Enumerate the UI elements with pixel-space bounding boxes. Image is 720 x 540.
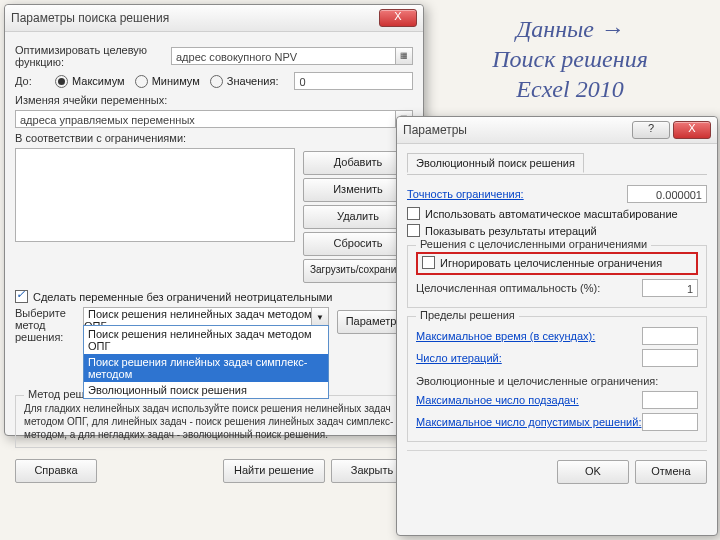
ignore-int-checkbox[interactable]: Игнорировать целочисленные ограничения [422, 256, 662, 269]
method-options: Поиск решения нелинейных задач методом О… [83, 325, 329, 399]
constraints-list[interactable] [15, 148, 295, 242]
solver-title: Параметры поиска решения [11, 11, 376, 25]
tab-evolutionary[interactable]: Эволюционный поиск решения [407, 153, 584, 173]
options-title: Параметры [403, 123, 629, 137]
precision-input[interactable]: 0.000001 [627, 185, 707, 203]
help-button[interactable]: Справка [15, 459, 97, 483]
to-label: До: [15, 75, 55, 87]
integer-group-title: Решения с целочисленными ограничениями [416, 238, 651, 250]
chevron-down-icon[interactable]: ▼ [311, 308, 328, 326]
ev-int-label: Эволюционные и целочисленные ограничения… [416, 375, 658, 387]
radio-max[interactable]: Максимум [55, 75, 125, 88]
cap-l2: Поиск решения [430, 44, 710, 74]
method-dropdown[interactable]: Поиск решения нелинейных задач методом О… [83, 307, 329, 327]
method-opt-evolution[interactable]: Эволюционный поиск решения [84, 382, 328, 398]
method-label-a: Выберите [15, 307, 83, 319]
options-dialog: Параметры ? X Эволюционный поиск решения… [396, 116, 718, 536]
autoscale-checkbox[interactable]: Использовать автоматическое масштабирова… [407, 207, 678, 220]
value-input[interactable]: 0 [294, 72, 413, 90]
max-sub-input[interactable] [642, 391, 698, 409]
changing-vars-value: адреса управляемых переменных [20, 114, 195, 126]
max-time-label[interactable]: Максимальное время (в секундах): [416, 330, 595, 342]
changing-vars-input[interactable]: адреса управляемых переменных ▦ [15, 110, 413, 128]
ok-button[interactable]: OK [557, 460, 629, 484]
close-button[interactable]: X [673, 121, 711, 139]
options-titlebar: Параметры ? X [397, 117, 717, 144]
precision-label[interactable]: Точность ограничения: [407, 188, 524, 200]
int-opt-label: Целочисленная оптимальность (%): [416, 282, 600, 294]
max-feas-label[interactable]: Максимальное число допустимых решений: [416, 416, 641, 428]
iterations-input[interactable] [642, 349, 698, 367]
constraints-label: В соответствии с ограничениями: [15, 132, 186, 144]
objective-input[interactable]: адрес совокупного NPV ▦ [171, 47, 413, 65]
slide-caption: Данные → Поиск решения Ecxel 2010 [430, 14, 710, 104]
close-button[interactable]: X [379, 9, 417, 27]
max-time-input[interactable] [642, 327, 698, 345]
method-opt-grg[interactable]: Поиск решения нелинейных задач методом О… [84, 326, 328, 354]
limits-group-title: Пределы решения [416, 309, 519, 321]
refedit-icon[interactable]: ▦ [395, 48, 412, 64]
cap-l1: Данные → [430, 14, 710, 44]
int-opt-input[interactable]: 1 [642, 279, 698, 297]
method-label-b: метод решения: [15, 319, 83, 343]
radio-value[interactable]: Значения: [210, 75, 279, 88]
max-sub-label[interactable]: Максимальное число подзадач: [416, 394, 579, 406]
method-opt-simplex[interactable]: Поиск решения линейных задач симплекс-ме… [84, 354, 328, 382]
show-iter-checkbox[interactable]: Показывать результаты итераций [407, 224, 597, 237]
radio-min[interactable]: Минимум [135, 75, 200, 88]
solver-titlebar: Параметры поиска решения X [5, 5, 423, 32]
changing-vars-label: Изменяя ячейки переменных: [15, 94, 167, 106]
max-feas-input[interactable] [642, 413, 698, 431]
objective-label: Оптимизировать целевую функцию: [15, 44, 171, 68]
help-icon[interactable]: ? [632, 121, 670, 139]
solve-button[interactable]: Найти решение [223, 459, 325, 483]
method-box-text: Для гладких нелинейных задач используйте… [24, 402, 404, 441]
iterations-label[interactable]: Число итераций: [416, 352, 502, 364]
objective-value: адрес совокупного NPV [176, 51, 297, 63]
cancel-button[interactable]: Отмена [635, 460, 707, 484]
solver-dialog: Параметры поиска решения X Оптимизироват… [4, 4, 424, 436]
nonneg-checkbox[interactable]: Сделать переменные без ограничений неотр… [15, 290, 333, 303]
cap-l3: Ecxel 2010 [430, 74, 710, 104]
